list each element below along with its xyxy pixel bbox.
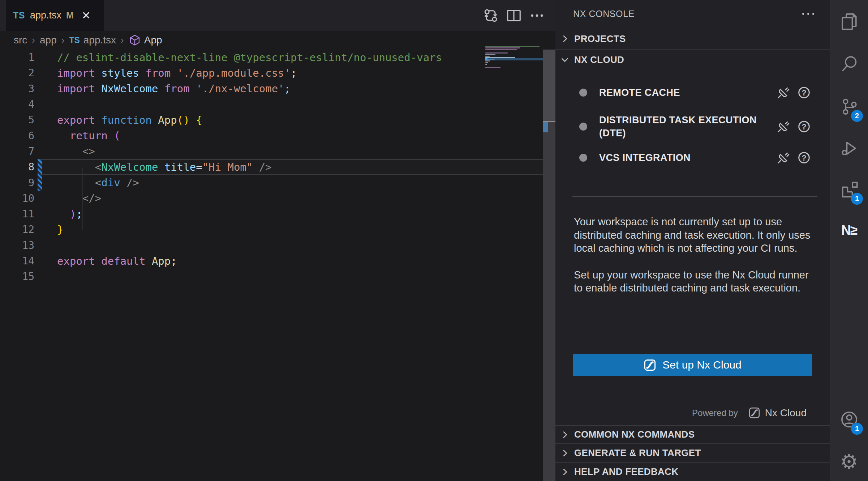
code-line[interactable]: 1// eslint-disable-next-line @typescript… [0, 50, 543, 65]
line-content: import NxWelcome from './nx-welcome'; [34, 82, 291, 95]
chevron-down-icon [559, 54, 570, 65]
section-label: HELP AND FEEDBACK [574, 466, 678, 477]
editor-scrollbar[interactable] [543, 50, 555, 481]
svg-text:?: ? [802, 154, 807, 162]
code-line[interactable]: 11 ); [0, 206, 543, 222]
close-tab-icon[interactable]: ✕ [82, 10, 91, 21]
accounts-icon[interactable]: 1 [830, 401, 868, 438]
svg-text:?: ? [802, 123, 807, 131]
code-line[interactable]: 8 <NxWelcome title="Hi Mom" /> [0, 159, 543, 175]
vscode-window: TS app.tsx M ✕ [0, 0, 868, 481]
connect-plug-icon[interactable] [776, 85, 791, 100]
connect-plug-icon[interactable] [776, 150, 791, 165]
line-number: 1 [0, 51, 34, 63]
tab-bar: TS app.tsx M ✕ [0, 0, 555, 31]
activity-bar: 2 1 N≥ 1 [830, 0, 868, 481]
tab-file-name: app.tsx [30, 10, 61, 21]
code-line[interactable]: 6 return ( [0, 128, 543, 143]
section-label: NX CLOUD [574, 54, 624, 65]
breadcrumb-app[interactable]: app [40, 34, 57, 46]
svg-text:?: ? [802, 89, 807, 97]
panel-title: NX CONSOLE [573, 9, 635, 19]
code-line[interactable]: 3import NxWelcome from './nx-welcome'; [0, 81, 543, 97]
overview-ruler-modified-mark [543, 122, 548, 132]
description-paragraph: Set up your workspace to use the Nx Clou… [574, 268, 819, 295]
extensions-badge: 1 [851, 193, 863, 205]
nx-logo: N≥ [841, 223, 857, 238]
feature-label: DISTRIBUTED TASK EXECUTION (DTE) [599, 114, 758, 140]
nx-console-icon[interactable]: N≥ [830, 212, 868, 248]
more-actions-icon[interactable] [529, 7, 545, 24]
description-paragraph: Your workspace is not currently set up t… [574, 215, 819, 255]
code-line[interactable]: 15 [0, 269, 543, 284]
breadcrumb-symbol[interactable]: App [144, 34, 162, 46]
minimap-modified-marker [485, 58, 487, 60]
line-content: <> [34, 145, 95, 157]
editor-group: TS app.tsx M ✕ [0, 0, 555, 481]
status-dot-icon [579, 154, 587, 162]
line-number: 12 [0, 224, 34, 235]
section-help-and-feedback[interactable]: HELP AND FEEDBACK [555, 463, 830, 481]
open-changes-icon[interactable] [482, 7, 499, 24]
code-line[interactable]: 5export function App() { [0, 112, 543, 128]
symbol-class-icon [129, 34, 141, 46]
search-icon[interactable] [830, 46, 868, 82]
line-number: 2 [0, 67, 34, 79]
scrollbar-slider[interactable] [543, 50, 555, 121]
code-line[interactable]: 14export default App; [0, 253, 543, 269]
section-generate-run-target[interactable]: GENERATE & RUN TARGET [555, 444, 830, 463]
section-label: PROJECTS [574, 33, 626, 44]
line-content: <div /> [34, 176, 139, 189]
code-line[interactable]: 10 </> [0, 191, 543, 206]
typescript-file-icon: TS [13, 10, 25, 21]
code-line[interactable]: 7 <> [0, 144, 543, 159]
breadcrumb-file[interactable]: app.tsx [83, 34, 116, 46]
help-question-icon[interactable]: ? [797, 85, 811, 100]
source-control-badge: 2 [851, 110, 863, 122]
line-number: 15 [0, 271, 34, 282]
help-question-icon[interactable]: ? [797, 150, 811, 165]
settings-gear-icon[interactable]: ⚙ [830, 444, 868, 480]
line-number: 3 [0, 83, 34, 95]
line-content: export default App; [34, 255, 177, 267]
code-line[interactable]: 13 [0, 238, 543, 253]
line-content: import styles from './app.module.css'; [34, 67, 297, 79]
powered-by: Powered by Nx Cloud [692, 406, 807, 419]
typescript-file-icon: TS [69, 35, 80, 45]
tab-app-tsx[interactable]: TS app.tsx M ✕ [6, 0, 104, 31]
split-editor-icon[interactable] [506, 7, 522, 24]
line-number: 8 [0, 161, 34, 173]
connect-plug-icon[interactable] [776, 119, 791, 134]
section-projects[interactable]: PROJECTS [555, 29, 830, 50]
line-number: 11 [0, 208, 34, 220]
line-content: return ( [34, 129, 120, 142]
explorer-icon[interactable] [830, 4, 868, 40]
code-editor[interactable]: 1// eslint-disable-next-line @typescript… [0, 50, 543, 284]
status-dot-icon [579, 123, 587, 131]
line-content: </> [34, 192, 101, 204]
section-label: GENERATE & RUN TARGET [574, 447, 701, 459]
section-nx-cloud[interactable]: NX CLOUD [555, 50, 830, 70]
source-control-icon[interactable]: 2 [830, 89, 868, 125]
chevron-right-icon: › [32, 35, 35, 46]
help-question-icon[interactable]: ? [797, 119, 811, 134]
breadcrumb-src[interactable]: src [14, 34, 27, 46]
code-line[interactable]: 12} [0, 222, 543, 237]
breadcrumb: src › app › TS app.tsx › App [0, 31, 555, 50]
setup-nx-cloud-button[interactable]: Set up Nx Cloud [573, 354, 812, 376]
line-number: 6 [0, 130, 34, 142]
more-actions-icon[interactable] [802, 13, 814, 15]
line-number: 13 [0, 239, 34, 251]
minimap[interactable] [485, 46, 543, 75]
code-line[interactable]: 2import styles from './app.module.css'; [0, 65, 543, 81]
code-line[interactable]: 4 [0, 97, 543, 112]
section-common-nx-commands[interactable]: COMMON NX COMMANDS [555, 426, 830, 444]
extensions-icon[interactable]: 1 [830, 171, 868, 208]
chevron-right-icon [559, 33, 570, 44]
run-debug-icon[interactable] [830, 130, 868, 166]
nx-cloud-brand: Nx Cloud [765, 407, 807, 419]
status-dot-icon [579, 89, 587, 97]
chevron-right-icon [559, 429, 570, 440]
line-content: export function App() { [34, 114, 202, 126]
code-line[interactable]: 9 <div /> [0, 175, 543, 190]
